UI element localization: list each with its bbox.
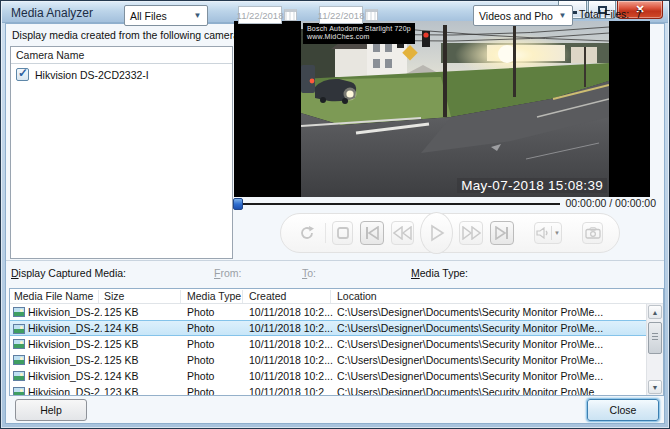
cell-created: 10/11/2018 10:2... xyxy=(249,370,335,382)
cell-size: 125 KB xyxy=(104,306,174,318)
checkmark-icon: ✓ xyxy=(18,66,28,80)
cell-file-name: Hikvision_DS-2 xyxy=(28,386,102,396)
volume-divider xyxy=(551,226,552,240)
total-files: Total Files: 7 xyxy=(579,8,642,20)
seek-thumb[interactable] xyxy=(233,198,243,210)
cell-file-name: Hikvision_DS-2... xyxy=(28,338,102,350)
previous-frame-button[interactable] xyxy=(360,221,384,245)
cell-size: 125 KB xyxy=(104,354,174,366)
cell-size: 124 KB xyxy=(104,322,174,334)
table-row-selected[interactable]: Hikvision_DS-2... 124 KB Photo 10/11/201… xyxy=(10,320,646,336)
media-table: Media File Name Size Media Type Created … xyxy=(9,288,664,396)
photo-file-icon xyxy=(13,387,25,396)
cell-location: C:\Users\Designer\Documents\Security Mon… xyxy=(337,386,637,396)
camera-list-header[interactable]: Camera Name xyxy=(11,47,232,64)
seek-track[interactable] xyxy=(238,203,560,205)
camera-list-item[interactable]: ✓ Hikvision DS-2CD2332-I xyxy=(11,66,232,83)
column-media-file-name[interactable]: Media File Name xyxy=(14,290,93,302)
cell-file-name: Hikvision_DS-2... xyxy=(28,354,102,366)
cell-location: C:\Users\Designer\Documents\Security Mon… xyxy=(337,370,637,382)
table-row[interactable]: Hikvision_DS-2 123 KB Photo 10/11/2018 1… xyxy=(10,384,646,396)
table-scrollbar[interactable]: ▲ ▼ xyxy=(646,304,663,395)
cell-file-name: Hikvision_DS-2... xyxy=(28,306,102,318)
scroll-down-button[interactable]: ▼ xyxy=(648,380,662,394)
cell-location: C:\Users\Designer\Documents\Security Mon… xyxy=(337,322,637,334)
snapshot-button[interactable] xyxy=(582,222,603,244)
cell-media-type: Photo xyxy=(187,306,245,318)
table-row[interactable]: Hikvision_DS-2... 124 KB Photo 10/11/201… xyxy=(10,368,646,384)
calendar-icon-2 xyxy=(365,9,378,21)
cell-file-name: Hikvision_DS-2... xyxy=(28,370,102,382)
time-display: 00:00:00 / 00:00:00 xyxy=(564,197,656,209)
cell-created: 10/11/2018 10:2... xyxy=(249,306,335,318)
column-size[interactable]: Size xyxy=(104,290,124,302)
cell-location: C:\Users\Designer\Documents\Security Mon… xyxy=(337,354,637,366)
cell-created: 10/11/2018 10:2... xyxy=(249,322,335,334)
chevron-down-icon-2: ▼ xyxy=(555,8,570,23)
column-media-type[interactable]: Media Type xyxy=(187,290,241,302)
volume-button[interactable]: ▼ xyxy=(534,222,562,244)
cell-media-type: Photo xyxy=(187,354,245,366)
stop-button[interactable] xyxy=(332,221,353,245)
scrollbar-thumb[interactable] xyxy=(648,322,662,354)
video-player-area: Bosch Autodome Starlight 720p www.MidChe… xyxy=(234,21,650,197)
photo-file-icon xyxy=(13,307,25,317)
scroll-up-button[interactable]: ▲ xyxy=(648,305,662,319)
rewind-button[interactable] xyxy=(391,221,415,245)
fast-forward-button[interactable] xyxy=(459,221,483,245)
cell-media-type: Photo xyxy=(187,386,245,396)
repeat-button[interactable] xyxy=(297,220,318,246)
from-date-input[interactable]: 11/22/2018 xyxy=(238,6,282,24)
close-button[interactable]: Close xyxy=(587,399,659,421)
camera-overlay-line2: www.MidChes.com xyxy=(307,33,411,41)
table-row[interactable]: Hikvision_DS-2... 125 KB Photo 10/11/201… xyxy=(10,352,646,368)
camera-overlay-line1: Bosch Autodome Starlight 720p xyxy=(307,25,411,33)
camera-checkbox[interactable]: ✓ xyxy=(16,68,29,81)
cell-size: 123 KB xyxy=(104,386,174,396)
display-captured-media-label: Display Captured Media: xyxy=(11,267,126,279)
cell-media-type: Photo xyxy=(187,322,245,334)
camera-name: Hikvision DS-2CD2332-I xyxy=(35,69,149,81)
scrollbar-grip xyxy=(652,336,658,337)
column-created[interactable]: Created xyxy=(249,290,286,302)
camera-overlay-label: Bosch Autodome Starlight 720p www.MidChe… xyxy=(303,23,415,44)
display-media-dropdown[interactable]: All Files ▼ xyxy=(124,5,208,26)
total-files-value: 7 xyxy=(636,8,642,20)
to-date-input[interactable]: 11/22/2018 xyxy=(319,6,363,24)
cell-created: 10/11/2018 10:2... xyxy=(249,338,335,350)
table-row[interactable]: Hikvision_DS-2... 125 KB Photo 10/11/201… xyxy=(10,304,646,320)
media-type-value: Videos and Pho xyxy=(479,10,553,22)
to-calendar-button[interactable] xyxy=(364,6,379,23)
window-title: Media Analyzer xyxy=(11,6,93,20)
next-frame-button[interactable] xyxy=(490,221,514,245)
photo-file-icon xyxy=(13,339,25,349)
media-analyzer-window: Media Analyzer ✕ Display media created f… xyxy=(0,0,670,429)
play-button[interactable] xyxy=(420,212,453,254)
cell-media-type: Photo xyxy=(187,338,245,350)
cell-media-type: Photo xyxy=(187,370,245,382)
column-location[interactable]: Location xyxy=(337,290,377,302)
column-separator xyxy=(98,290,99,303)
from-calendar-button[interactable] xyxy=(283,6,298,23)
volume-dropdown-icon[interactable]: ▼ xyxy=(554,230,560,236)
camera-list: Camera Name ✓ Hikvision DS-2CD2332-I xyxy=(10,46,233,259)
playback-control-bar: ▼ xyxy=(280,213,620,253)
cell-file-name: Hikvision_DS-2... xyxy=(28,322,102,334)
media-type-label: Media Type: xyxy=(411,267,468,279)
camera-timestamp: May-07-2018 15:08:39 xyxy=(457,178,607,193)
video-frame: Bosch Autodome Starlight 720p www.MidChe… xyxy=(301,21,609,197)
media-type-dropdown[interactable]: Videos and Pho ▼ xyxy=(473,5,573,26)
cell-location: C:\Users\Designer\Documents\Security Mon… xyxy=(337,338,637,350)
photo-file-icon xyxy=(13,371,25,381)
table-row[interactable]: Hikvision_DS-2... 125 KB Photo 10/11/201… xyxy=(10,336,646,352)
table-header: Media File Name Size Media Type Created … xyxy=(10,289,663,304)
column-separator xyxy=(180,290,181,303)
camera-scene xyxy=(301,21,609,197)
camera-filter-label: Display media created from the following… xyxy=(12,29,249,41)
column-separator xyxy=(242,290,243,303)
controls-separator xyxy=(325,223,326,243)
cell-created: 10/11/2018 10:2 xyxy=(249,386,335,396)
from-label: From: xyxy=(214,267,241,279)
photo-file-icon xyxy=(13,324,25,334)
help-button[interactable]: Help xyxy=(15,399,87,421)
